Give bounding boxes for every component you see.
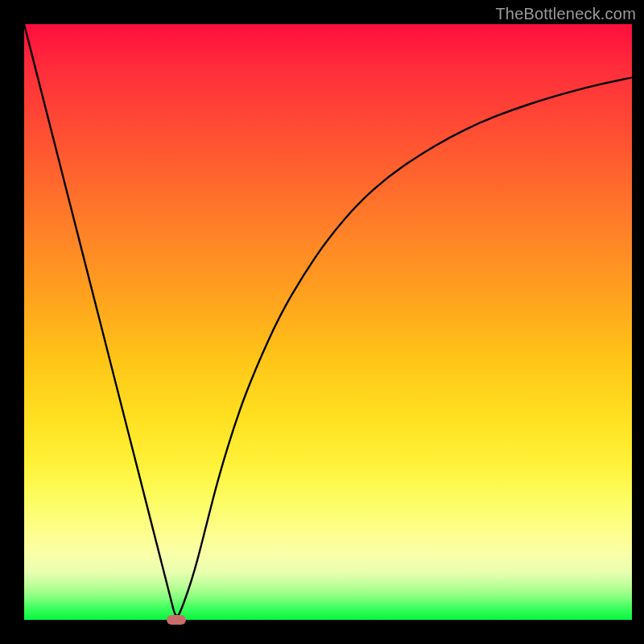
bottleneck-curve [24,24,632,616]
plot-area [24,24,632,620]
curve-svg [24,24,632,620]
watermark-text: TheBottleneck.com [495,5,636,23]
optimal-point-marker [167,615,186,625]
chart-frame: TheBottleneck.com [0,0,644,644]
